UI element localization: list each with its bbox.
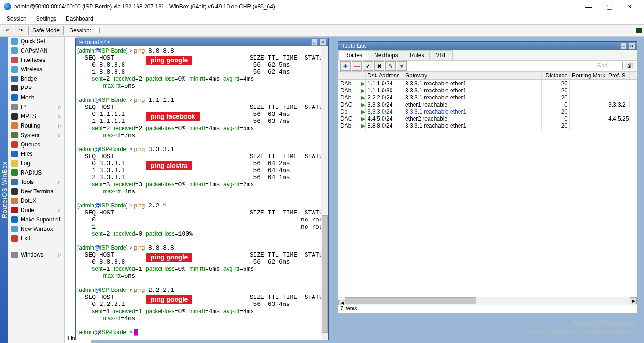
terminal-scrollbar[interactable] (321, 46, 328, 340)
maximize-button[interactable]: ▢ (599, 0, 620, 13)
terminal-min-button[interactable]: ▭ (311, 39, 318, 46)
sidebar-label: New Terminal (21, 188, 54, 195)
routelist-toolbar: ✚ — ✔ ✖ ✎ ▾ Find all (338, 61, 637, 72)
routelist-footer: 7 items (338, 305, 637, 313)
hdr-routing-mark[interactable]: Routing Mark (570, 72, 606, 79)
sidebar-item-queues[interactable]: Queues (8, 140, 64, 149)
sidebar-icon (11, 141, 18, 148)
sidebar-item-routing[interactable]: Routing▷ (8, 121, 64, 130)
sidebar-item-dude[interactable]: Dude▷ (8, 206, 64, 215)
sidebar-item-new-winbox[interactable]: New WinBox (8, 224, 64, 234)
sidebar-item-ip[interactable]: IP▷ (8, 102, 64, 112)
sidebar-item-mpls[interactable]: MPLS▷ (8, 112, 64, 121)
annotation-label: ping google (146, 253, 192, 262)
sidebar-label: Bridge (21, 76, 37, 82)
hscroll-thumb[interactable] (345, 297, 476, 304)
hscroll-right[interactable]: ▶ (630, 297, 637, 304)
sidebar-item-interfaces[interactable]: Interfaces (8, 55, 64, 65)
sidebar-item-system[interactable]: System▷ (8, 130, 64, 140)
sidebar-label: RADIUS (21, 169, 42, 176)
sidebar-item-make-supout.rif[interactable]: Make Supout.rif (8, 215, 64, 224)
tab-nexthops[interactable]: Nexthops (368, 50, 404, 60)
hdr-dst[interactable]: Dst. Address (366, 72, 403, 79)
route-header[interactable]: Dst. Address Gateway Distance Routing Ma… (338, 72, 637, 80)
sidebar-label: Log (21, 160, 30, 167)
routelist-titlebar[interactable]: Route List ▭ ✕ (338, 42, 637, 50)
route-row[interactable]: DAb▶1.1.1.0/243.3.3.1 reachable ether120 (338, 80, 637, 87)
route-row[interactable]: DAb▶1.1.1.0/303.3.3.1 reachable ether120 (338, 87, 637, 94)
menu-session[interactable]: Session (2, 15, 31, 23)
minimize-button[interactable]: — (578, 0, 599, 13)
workspace: 1 item Terminal <4> ▭ ✕ [admin@ISP-Borde… (65, 37, 644, 343)
filter-button[interactable]: ▾ (397, 61, 407, 71)
sidebar-item-dot1x[interactable]: Dot1X (8, 196, 64, 206)
sidebar-item-ppp[interactable]: PPP (8, 84, 64, 93)
terminal-scroll-thumb[interactable] (322, 215, 328, 333)
sidebar-item-bridge[interactable]: Bridge (8, 74, 64, 84)
close-button[interactable]: ✕ (620, 0, 640, 13)
hdr-distance[interactable]: Distance (542, 72, 570, 79)
terminal-close-button[interactable]: ✕ (320, 39, 326, 46)
sidebar-label: Wireless (21, 66, 42, 73)
remove-button[interactable]: — (352, 61, 362, 71)
route-row[interactable]: DAb▶2.2.2.0/243.3.3.1 reachable ether120 (338, 94, 637, 101)
sidebar-item-new-terminal[interactable]: New Terminal (8, 187, 64, 196)
redo-button[interactable]: ↷ (15, 26, 26, 35)
routelist-min-button[interactable]: ▭ (620, 43, 627, 49)
hdr-flags[interactable] (338, 72, 366, 79)
annotation-label: ping facebook (146, 112, 200, 121)
comment-button[interactable]: ✎ (385, 61, 396, 71)
find-input[interactable]: Find (595, 62, 623, 70)
route-row[interactable]: Db▶3.3.3.0/243.3.3.1 reachable ether120 (338, 108, 637, 115)
sidebar-item-radius[interactable]: RADIUS (8, 168, 64, 177)
route-row[interactable]: DAb▶8.8.8.0/243.3.3.1 reachable ether120 (338, 122, 637, 129)
menu-dashboard[interactable]: Dashboard (61, 15, 98, 23)
routelist-close-button[interactable]: ✕ (629, 43, 635, 49)
sidebar-icon (11, 151, 18, 157)
route-row[interactable]: DAC▶4.4.5.0/24ether2 reachable04.4.5.254 (338, 115, 637, 122)
enable-button[interactable]: ✔ (363, 61, 373, 71)
sidebar-item-capsman[interactable]: CAPsMAN (8, 46, 64, 55)
routelist-tabs: Routes Nexthops Rules VRF (338, 50, 637, 61)
submenu-arrow-icon: ▷ (58, 252, 61, 257)
sidebar-item-log[interactable]: Log (8, 159, 64, 168)
tab-vrf[interactable]: VRF (429, 50, 453, 60)
session-label: Session: (69, 27, 91, 34)
terminal-title: Terminal <4> (77, 39, 309, 46)
sidebar-item-wireless[interactable]: Wireless (8, 65, 64, 74)
menubar: Session Settings Dashboard (0, 13, 644, 24)
sidebar-icon (11, 47, 18, 54)
hdr-gateway[interactable]: Gateway (403, 72, 542, 79)
sidebar-icon (11, 226, 18, 232)
all-dropdown[interactable]: all (625, 62, 635, 70)
tab-rules[interactable]: Rules (404, 50, 430, 60)
undo-button[interactable]: ↶ (2, 26, 13, 35)
sidebar-icon (11, 132, 18, 138)
terminal-titlebar[interactable]: Terminal <4> ▭ ✕ (76, 38, 328, 46)
titlebar: admin@50:00:00:04:00:00 (ISP-Borde) via … (0, 0, 644, 13)
sidebar-item-quick-set[interactable]: Quick Set (8, 37, 64, 46)
sidebar-icon (11, 94, 18, 101)
sidebar-label: Files (21, 151, 32, 157)
sidebar-item-exit[interactable]: Exit (8, 234, 64, 243)
tab-routes[interactable]: Routes (338, 50, 368, 60)
sidebar-icon (11, 66, 18, 73)
route-row[interactable]: DAC▶3.3.3.0/24ether1 reachable03.3.3.2 (338, 101, 637, 108)
sidebar-label: CAPsMAN (21, 47, 47, 54)
session-checkbox[interactable] (94, 28, 100, 33)
hdr-pref-src[interactable]: Pref. S (606, 72, 630, 79)
sidebar-item-files[interactable]: Files (8, 149, 64, 159)
sidebar-icon (11, 57, 18, 63)
sidebar-item-windows[interactable]: Windows▷ (8, 250, 64, 259)
routeros-tab[interactable]: RouterOS WinBox (0, 37, 8, 343)
terminal-body[interactable]: [admin@ISP-Borde] > ping 8.8.8.8 SEQ HOS… (76, 46, 328, 340)
menu-settings[interactable]: Settings (31, 15, 61, 23)
add-button[interactable]: ✚ (340, 61, 351, 71)
routelist-hscroll[interactable]: ◀ ▶ (338, 297, 637, 305)
safe-mode-button[interactable]: Safe Mode (28, 26, 64, 35)
sidebar-item-mesh[interactable]: Mesh (8, 93, 64, 102)
sidebar-label: PPP (21, 85, 32, 91)
sidebar-item-tools[interactable]: Tools▷ (8, 177, 64, 187)
sidebar-label: Routing (21, 122, 40, 129)
disable-button[interactable]: ✖ (374, 61, 384, 71)
